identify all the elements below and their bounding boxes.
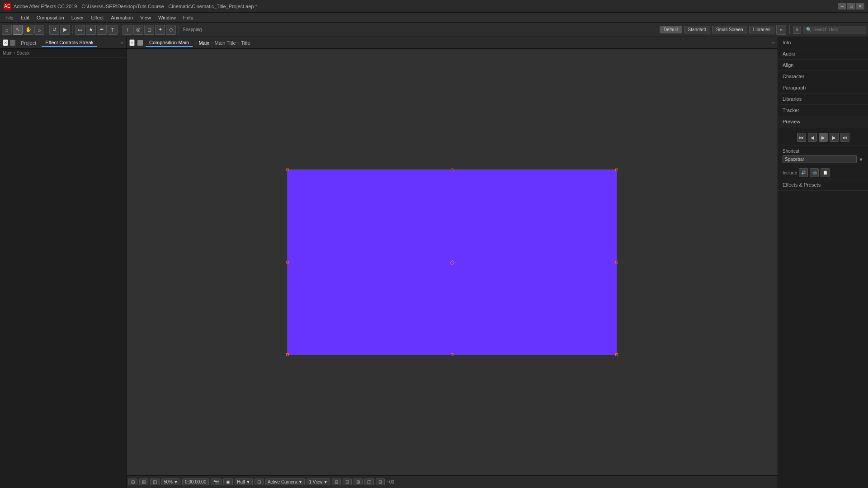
tab-project[interactable]: Project <box>17 39 40 47</box>
workspace-default[interactable]: Default <box>660 26 682 33</box>
shortcut-chevron[interactable]: ▼ <box>859 157 863 162</box>
view-dropdown[interactable]: 1 View ▼ <box>307 479 330 485</box>
menu-layer[interactable]: Layer <box>68 14 88 21</box>
breadcrumb-title[interactable]: Title <box>241 40 250 46</box>
star-tool[interactable]: ★ <box>86 25 96 35</box>
view-extra-btn2[interactable]: ⊞ <box>354 479 363 485</box>
window-controls[interactable]: ─ □ ✕ <box>838 3 864 9</box>
eraser-tool[interactable]: ◻ <box>144 25 154 35</box>
extra-value: +00 <box>387 479 394 484</box>
handle-top-left[interactable] <box>286 169 289 171</box>
clone-tool[interactable]: ◎ <box>133 25 143 35</box>
select-tool[interactable]: ↖ <box>13 25 23 35</box>
grid-btn[interactable]: ⊞ <box>139 479 148 485</box>
info-btn[interactable]: ℹ <box>793 26 801 34</box>
panel-item-info[interactable]: Info <box>778 37 868 48</box>
composition-viewer: ◇ <box>127 49 778 475</box>
panel-item-tracker[interactable]: Tracker <box>778 105 868 116</box>
text-tool[interactable]: T <box>108 25 118 35</box>
view-extra-btn4[interactable]: ⊟ <box>376 479 385 485</box>
main-layout: ✕ Project Effect Controls Streak ≡ Main … <box>0 37 868 488</box>
preview-label: Preview <box>783 119 800 124</box>
preview-prev-frame[interactable]: ◀ <box>808 133 817 142</box>
hand-tool[interactable]: ✋ <box>24 25 33 35</box>
preview-first[interactable]: ⏮ <box>797 133 806 142</box>
shortcut-input[interactable] <box>783 155 857 163</box>
project-panel-icon <box>10 40 15 46</box>
tab-effect-controls[interactable]: Effect Controls Streak <box>42 39 97 47</box>
view-options-btn[interactable]: ⊟ <box>332 479 341 485</box>
preview-next-frame[interactable]: ▶ <box>830 133 839 142</box>
menu-view[interactable]: View <box>137 14 155 21</box>
rect-tool[interactable]: ▭ <box>75 25 85 35</box>
app-icon: AE <box>4 3 11 10</box>
zoom-tool[interactable]: ⌕ <box>34 25 44 35</box>
view-chevron: ▼ <box>323 479 328 484</box>
menu-file[interactable]: File <box>2 14 17 21</box>
toolbar-separator-3 <box>120 25 120 34</box>
timecode-btn[interactable]: 0:00:00:00 <box>182 479 209 485</box>
menu-edit[interactable]: Edit <box>17 14 33 21</box>
menu-help[interactable]: Help <box>179 14 197 21</box>
comp-panel-close[interactable]: ✕ <box>129 39 135 46</box>
preview-play[interactable]: ▶ <box>819 133 828 142</box>
comp-panel-menu[interactable]: ≡ <box>772 40 775 46</box>
handle-mid-left[interactable] <box>286 261 289 263</box>
handle-top-mid[interactable] <box>451 169 453 171</box>
include-overflow[interactable]: 📋 <box>821 168 830 177</box>
panel-item-preview[interactable]: Preview <box>778 116 868 127</box>
toolbar-separator-2 <box>72 25 73 34</box>
panel-item-effects-presets[interactable]: Effects & Presets <box>778 179 868 191</box>
include-video[interactable]: 📹 <box>810 168 819 177</box>
title-bar-text: Adobe After Effects CC 2019 - C:\Users\U… <box>14 4 838 9</box>
active-camera-dropdown[interactable]: Active Camera ▼ <box>265 479 305 485</box>
close-button[interactable]: ✕ <box>856 3 864 9</box>
handle-bottom-mid[interactable] <box>451 353 453 356</box>
handle-bottom-left[interactable] <box>286 353 289 356</box>
panel-item-character[interactable]: Character <box>778 71 868 82</box>
handle-mid-right[interactable] <box>615 261 618 263</box>
restore-button[interactable]: □ <box>847 3 855 9</box>
menu-effect[interactable]: Effect <box>87 14 107 21</box>
tab-composition-main[interactable]: Composition Main <box>146 39 193 47</box>
handle-bottom-right[interactable] <box>615 353 618 356</box>
workspace-libraries[interactable]: Libraries <box>749 26 774 33</box>
view-extra-btn3[interactable]: ◫ <box>364 479 374 485</box>
camera-rotate-tool[interactable]: ↺ <box>49 25 59 35</box>
menu-animation[interactable]: Animation <box>107 14 137 21</box>
handle-top-right[interactable] <box>615 169 618 171</box>
region-btn[interactable]: ⊟ <box>128 479 137 485</box>
panel-item-audio[interactable]: Audio <box>778 48 868 60</box>
menu-composition[interactable]: Composition <box>33 14 68 21</box>
include-audio[interactable]: 🔊 <box>799 168 808 177</box>
snapshot-btn[interactable]: 📷 <box>211 479 222 485</box>
search-help-input[interactable] <box>813 27 863 32</box>
render-btn[interactable]: ⊡ <box>255 479 264 485</box>
transparency-btn[interactable]: ◫ <box>150 479 160 485</box>
breadcrumb-maintitle[interactable]: Main Title <box>215 40 236 46</box>
breadcrumb-main[interactable]: Main <box>198 40 209 46</box>
zoom-dropdown[interactable]: 50% ▼ <box>161 479 180 485</box>
project-panel-close[interactable]: ✕ <box>3 39 8 46</box>
comp-panel-header: ✕ Composition Main › Main › Main Title ‹… <box>127 37 778 49</box>
color-btn[interactable]: ◉ <box>223 479 233 485</box>
play-area-tool[interactable]: ▶ <box>60 25 70 35</box>
panel-item-paragraph[interactable]: Paragraph <box>778 82 868 94</box>
left-panel-menu[interactable]: ≡ <box>121 40 123 46</box>
home-tool[interactable]: ⌂ <box>2 25 12 35</box>
quality-dropdown[interactable]: Half ▼ <box>235 479 253 485</box>
workspace-standard[interactable]: Standard <box>684 26 711 33</box>
puppet-tool[interactable]: ✦ <box>155 25 165 35</box>
panel-item-align[interactable]: Align <box>778 60 868 71</box>
menu-window[interactable]: Window <box>155 14 179 21</box>
view-extra-btn1[interactable]: ⊡ <box>343 479 352 485</box>
minimize-button[interactable]: ─ <box>838 3 846 9</box>
preview-last[interactable]: ⏭ <box>840 133 849 142</box>
pen-tool[interactable]: ✒ <box>97 25 107 35</box>
workspace-small-screen[interactable]: Small Screen <box>712 26 747 33</box>
brush-tool[interactable]: / <box>123 25 132 35</box>
panel-item-libraries[interactable]: Libraries <box>778 94 868 105</box>
search-help-container[interactable]: 🔍 <box>803 26 866 33</box>
pin-tool[interactable]: ◇ <box>166 25 176 35</box>
workspace-more[interactable]: » <box>776 25 786 35</box>
